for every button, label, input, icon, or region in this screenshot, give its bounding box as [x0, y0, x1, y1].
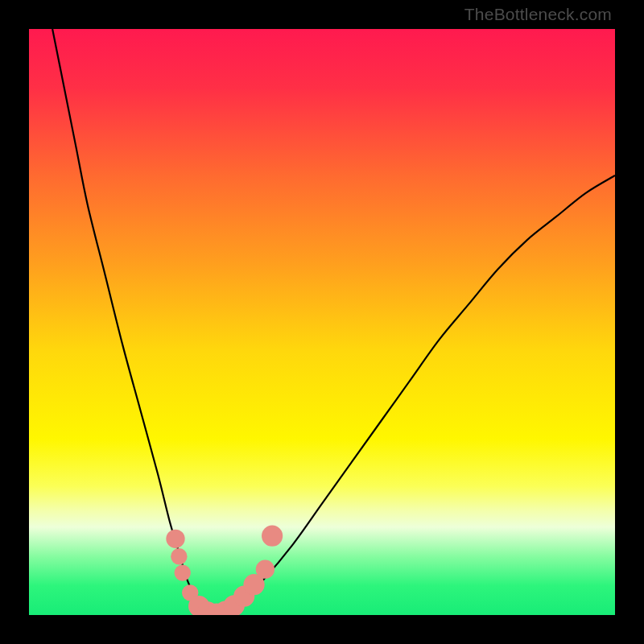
marker-dot [166, 530, 184, 548]
marker-dots [166, 526, 283, 615]
marker-dot [256, 560, 275, 579]
curve-layer [29, 29, 615, 615]
marker-dot [175, 564, 191, 580]
watermark-text: TheBottleneck.com [464, 5, 612, 24]
bottleneck-curve [52, 29, 615, 615]
marker-dot [171, 548, 187, 564]
chart-container: TheBottleneck.com [0, 0, 644, 644]
plot-area [29, 29, 615, 615]
marker-dot [262, 526, 283, 547]
